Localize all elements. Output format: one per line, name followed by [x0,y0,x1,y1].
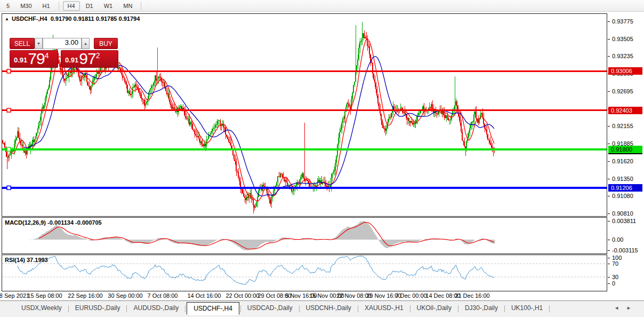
macd-main-value: -0.001134 [47,219,74,226]
hline-handle[interactable] [7,69,11,73]
price-tick: 0.92155 [608,122,633,130]
rsi-name: RSI(14) [5,257,25,263]
buy-price-pips: 97 [79,51,95,66]
rsi-indicator-panel[interactable]: RSI(14) 37.1993 [2,255,607,291]
chart-tab-usdcnh-daily[interactable]: USDCNH-,Daily [301,303,357,313]
sell-price-pips: 79 [28,51,44,66]
time-axis: 8 Sep 202115 Sep 08:0022 Sep 16:0030 Sep… [2,291,608,300]
tab-separator [68,305,69,312]
chart-tab-eurusd-daily[interactable]: EURUSD-,Daily [70,303,126,313]
buy-price-point: 2 [96,51,100,60]
rsi-axis-label: 70 [608,260,618,267]
tab-scroll-arrows[interactable]: ◄► [614,305,639,311]
price-tick: 0.91350 [608,175,633,183]
moving-average-21 [24,57,494,196]
price-tick: 0.92695 [608,88,633,95]
timeframe-button-w1[interactable]: W1 [99,1,118,11]
macd-signal-value: -0.000705 [75,219,102,226]
timeframe-button-m30[interactable]: M30 [15,1,36,11]
sell-price-button[interactable]: 0.91 79 4 [10,50,58,68]
tab-separator [299,305,300,312]
tab-separator [504,305,505,312]
hline-price-badge: 0.92403 [608,107,642,114]
time-axis-label: 21 Dec 16:00 [455,292,489,299]
tab-separator [410,305,410,312]
timeframe-toolbar: 5M30H1H4D1W1MN [0,0,644,12]
time-axis-label: 15 Sep 08:00 [27,292,62,299]
hline-handle[interactable] [7,186,11,189]
price-tick: 0.90810 [608,210,633,217]
hline-handle[interactable] [7,108,11,112]
price-tick: 0.93775 [608,18,633,25]
time-axis-label: 22 Sep 16:00 [68,292,102,299]
symbol-timeframe-label: USDCHF-,H4 [12,15,47,22]
chart-tab-ukoil-daily[interactable]: UKOil-,Daily [412,303,457,313]
toolbar-separator [141,2,141,10]
timeframe-button-5[interactable]: 5 [2,1,14,11]
tab-separator [549,305,550,312]
buy-price-prefix: 0.91 [65,56,78,64]
sell-button[interactable]: SELL [10,38,35,49]
timeframe-button-h4[interactable]: H4 [63,1,80,11]
volume-increase-button[interactable]: ▲ [82,38,90,49]
time-axis-label: 14 Oct 16:00 [188,292,221,299]
hline-price-badge: 0.93006 [608,67,642,75]
price-tick: 0.91620 [608,157,633,165]
chart-tab-usdcad-daily[interactable]: USDCAD-,Daily [242,303,298,313]
chart-tab-bar: USDX,WeeklyEURUSD-,DailyAUDUSD-,DailyUSD… [0,300,644,317]
rsi-label: RSI(14) 37.1993 [5,257,48,263]
chart-tab-uk100-h1[interactable]: UK100-,H1 [506,303,548,313]
macd-signal-line [39,223,494,249]
trading-terminal: 5M30H1H4D1W1MN ▲USDCHF-,H4 0.91790 0.918… [0,0,644,317]
rsi-line [18,256,494,284]
one-click-trade-widget: SELL ▼ 3.00 ▲ BUY 0.91 79 4 0.91 97 2 [10,38,118,68]
price-scale: 0.937750.935050.932350.929650.926950.924… [608,13,644,291]
tab-separator [358,305,358,312]
tab-separator [240,305,241,312]
volume-input[interactable]: 3.00 [43,38,82,49]
time-axis-label: 30 Sep 00:00 [108,292,142,299]
price-tick: 0.91080 [608,192,633,200]
timeframe-button-h1[interactable]: H1 [38,1,55,11]
macd-zero-label: 0.00 [608,236,623,243]
price-tick: 0.93505 [608,35,633,43]
sell-price-point: 4 [45,51,49,60]
sell-price-prefix: 0.91 [14,56,27,64]
hline-price-badge: 0.91206 [608,184,642,192]
buy-price-button[interactable]: 0.91 97 2 [61,50,118,68]
buy-button[interactable]: BUY [94,38,118,49]
chart-tab-usdx-weekly[interactable]: USDX,Weekly [16,303,67,313]
timeframe-button-d1[interactable]: D1 [81,1,98,11]
timeframe-button-mn[interactable]: MN [118,1,137,11]
toolbar-separator [59,2,59,10]
chart-title: ▲USDCHF-,H4 0.91790 0.91811 0.91785 0.91… [5,15,140,22]
chart-tab-audusd-daily[interactable]: AUDUSD-,Daily [128,303,184,313]
time-axis-label: 8 Sep 2021 [0,292,29,299]
collapse-arrow-icon[interactable]: ▲ [5,17,9,21]
chart-tab-usdchf-h4[interactable]: USDCHF-,H4 [187,302,239,315]
macd-label: MACD(12,26,9) -0.001134 -0.000705 [5,219,102,226]
time-axis-label: 7 Oct 08:00 [148,292,178,299]
price-chart-panel[interactable]: ▲USDCHF-,H4 0.91790 0.91811 0.91785 0.91… [2,13,607,217]
volume-decrease-button[interactable]: ▼ [35,38,43,49]
price-tick: 0.93235 [608,52,633,60]
hline-handle[interactable] [7,147,11,151]
tab-separator [126,305,127,312]
tab-separator [185,305,186,312]
time-axis-label: 22 Oct 00:00 [226,292,260,299]
rsi-value: 37.1993 [27,257,48,263]
chart-tab-dj30-daily[interactable]: DJ30-,Daily [460,303,503,313]
macd-axis-label: 0.003811 [608,217,636,225]
time-axis-label: 7 Dec 00:00 [395,292,426,299]
macd-name: MACD(12,26,9) [5,219,46,226]
rsi-axis-label: 0 [608,280,615,287]
macd-axis-label: -0.003115 [608,247,638,254]
chart-tab-xauusd-h1[interactable]: XAUUSD-,H1 [359,303,409,313]
ohlc-values: 0.91790 0.91811 0.91785 0.91794 [51,15,140,22]
tab-separator [458,305,458,312]
hline-price-badge: 0.91800 [608,146,642,153]
rsi-canvas[interactable] [2,255,607,291]
macd-indicator-panel[interactable]: MACD(12,26,9) -0.001134 -0.000705 [2,217,607,254]
